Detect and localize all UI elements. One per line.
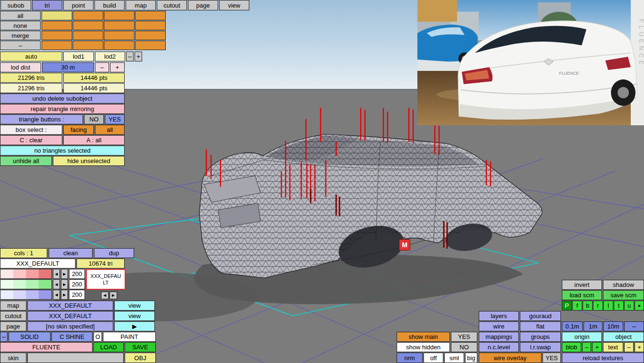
tab-view[interactable]: view <box>219 0 249 10</box>
load-button[interactable]: LOAD <box>93 342 124 352</box>
wire-overlay-toggle[interactable]: YES <box>542 353 561 363</box>
mirror-marker-badge[interactable]: M <box>399 239 410 251</box>
reference-photo[interactable]: FLUENCE FLUENCE <box>417 0 644 125</box>
show-main-toggle[interactable]: YES <box>451 332 477 342</box>
nrm-sml-button[interactable]: sml <box>444 353 464 363</box>
gouraud-button[interactable]: gouraud <box>520 311 561 321</box>
material-preview[interactable]: XXX_DEFAU LT <box>86 269 126 290</box>
subobj-select-all-button[interactable]: all <box>0 11 41 20</box>
reload-textures-button[interactable]: reload textures <box>562 353 644 363</box>
nrm-button[interactable]: nrm <box>397 353 423 363</box>
subobj-grid-cell[interactable] <box>135 11 166 20</box>
flat-button[interactable]: flat <box>520 321 561 331</box>
tab-subob[interactable]: subob <box>0 0 31 10</box>
subobj-grid-cell[interactable] <box>42 21 72 30</box>
grid-size-10m-button[interactable]: 10m <box>603 321 623 331</box>
undo-delete-subobject-button[interactable]: undo delete subobject <box>0 94 125 104</box>
blob-plus-button[interactable]: + <box>592 342 602 352</box>
red-increment-button[interactable]: ► <box>61 269 68 279</box>
cutout-value[interactable]: XXX_DEFAULT <box>27 311 113 321</box>
blob-minus-button[interactable]: – <box>582 342 591 352</box>
wire-button[interactable]: wire <box>479 321 519 331</box>
text-minus-button[interactable]: – <box>624 342 634 352</box>
unhide-all-button[interactable]: unhide all <box>0 156 52 166</box>
select-all-button[interactable]: A : all <box>63 135 125 145</box>
skin-name-field[interactable]: FLUENTE <box>0 342 93 352</box>
subobj-select-none-button[interactable]: none <box>0 21 41 30</box>
solid-button[interactable]: SOLID <box>8 332 51 342</box>
green-value[interactable]: 200 <box>69 279 85 289</box>
red-value[interactable]: 200 <box>69 269 85 279</box>
triangle-buttons-no[interactable]: NO <box>84 114 104 124</box>
green-channel-swatch[interactable] <box>0 279 52 289</box>
lod-dist-value[interactable]: 30 m <box>42 62 94 72</box>
grid-size-1m-button[interactable]: 1m <box>584 321 602 331</box>
cols-count-button[interactable]: cols : 1 <box>0 248 47 258</box>
view-under-button[interactable]: u <box>624 301 634 311</box>
subobj-grid-cell[interactable] <box>135 21 166 30</box>
layers-button[interactable]: layers <box>479 311 519 321</box>
subobj-merge-button[interactable]: merge <box>0 31 41 40</box>
origin-button[interactable]: origin <box>562 332 602 342</box>
subobj-grid-cell[interactable] <box>73 11 103 20</box>
grid-size-minus-button[interactable]: – <box>624 321 644 331</box>
tab-point[interactable]: point <box>63 0 93 10</box>
lod-auto-button[interactable]: auto <box>0 52 62 61</box>
invert-button[interactable]: invert <box>562 280 602 290</box>
c-shine-button[interactable]: C SHINE <box>51 332 93 342</box>
blue-channel-swatch[interactable] <box>0 290 52 300</box>
nc-level-button[interactable]: n.c.level <box>479 342 519 352</box>
blue-increment-button[interactable]: ► <box>61 290 68 300</box>
map-view-button[interactable]: view <box>114 301 155 311</box>
view-left-button[interactable]: l <box>603 301 613 311</box>
nrm-big-button[interactable]: big <box>465 353 477 363</box>
subobj-grid-cell[interactable] <box>135 41 166 50</box>
obj-button[interactable]: OBJ <box>125 353 156 363</box>
subobj-grid-cell[interactable] <box>73 41 103 50</box>
mappings-button[interactable]: mappings <box>479 332 519 342</box>
blue-value[interactable]: 200 <box>69 290 85 300</box>
subobj-grid-cell[interactable] <box>73 21 103 30</box>
view-back-button[interactable]: b <box>583 301 593 311</box>
subobj-grid-cell[interactable] <box>135 31 166 40</box>
green-increment-button[interactable]: ► <box>61 279 68 289</box>
subobj-minus-button[interactable]: – <box>0 41 41 50</box>
subobj-grid-cell[interactable] <box>104 31 135 40</box>
save-scm-button[interactable]: save scm <box>603 290 644 300</box>
view-front-button[interactable]: f <box>572 301 582 311</box>
load-scm-button[interactable]: load scm <box>562 290 602 300</box>
subobj-grid-cell[interactable] <box>73 31 103 40</box>
page-next-button[interactable]: ▶ <box>114 321 155 331</box>
box-select-facing-button[interactable]: facing <box>63 125 94 135</box>
lod2-button[interactable]: lod2 <box>95 52 125 61</box>
lod-dist-minus-button[interactable]: – <box>95 62 109 72</box>
tab-page[interactable]: page <box>188 0 218 10</box>
subobj-grid-cell[interactable] <box>104 41 135 50</box>
view-top-button[interactable]: t <box>614 301 624 311</box>
lod-plus-button[interactable]: + <box>135 52 142 61</box>
red-channel-swatch[interactable] <box>0 269 52 279</box>
skin-empty-field[interactable] <box>27 353 124 363</box>
page-value[interactable]: [no skin specified] <box>27 321 113 331</box>
red-decrement-button[interactable]: ◄ <box>53 269 60 279</box>
o-button[interactable]: O <box>93 332 102 342</box>
subobj-grid-cell[interactable] <box>42 41 72 50</box>
cutout-view-button[interactable]: view <box>114 311 155 321</box>
tab-cutout[interactable]: cutout <box>157 0 187 10</box>
show-hidden-toggle[interactable]: NO <box>451 342 477 352</box>
material-name[interactable]: XXX_DEFAULT <box>0 259 76 268</box>
lr-swap-button[interactable]: l.r.swap <box>520 342 561 352</box>
blue-decrement-button[interactable]: ◄ <box>53 290 60 300</box>
subobj-grid-cell[interactable] <box>42 31 72 40</box>
clear-selection-button[interactable]: C : clear <box>0 135 62 145</box>
clean-button[interactable]: clean <box>49 248 93 258</box>
view-dot-button[interactable]: ● <box>635 301 644 311</box>
view-p-button[interactable]: P <box>562 301 572 311</box>
dup-button[interactable]: dup <box>94 248 134 258</box>
tab-build[interactable]: build <box>94 0 125 10</box>
solid-minus-button[interactable]: – <box>0 332 8 342</box>
box-select-all-button[interactable]: all <box>95 125 125 135</box>
save-button[interactable]: SAVE <box>125 342 156 352</box>
groups-button[interactable]: groups <box>520 332 561 342</box>
paint-button[interactable]: PAINT <box>103 332 156 342</box>
